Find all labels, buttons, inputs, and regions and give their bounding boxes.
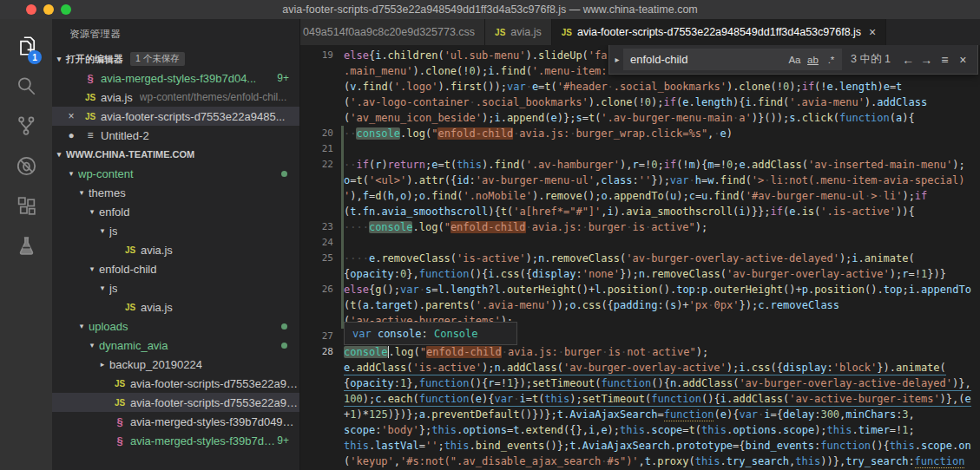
code-line[interactable]: +1)*125)})};a.preventDefault()})};t.Avia… (300, 407, 980, 422)
line-number[interactable] (300, 297, 344, 313)
line-number[interactable] (300, 266, 344, 282)
line-number[interactable] (300, 375, 344, 391)
tree-item[interactable]: JSavia-footer-scripts-d7553e22a9485... (52, 374, 299, 393)
tree-item[interactable]: ▾enfold (52, 202, 299, 221)
extensions-icon[interactable] (5, 186, 47, 225)
open-editor-item[interactable]: JSavia.jswp-content/themes/enfold-chil..… (52, 88, 299, 107)
code-line[interactable]: ('av_menu_icon_beside');i.append(e)};s=t… (300, 110, 980, 126)
line-number[interactable]: 25 (300, 251, 344, 266)
code-line[interactable]: 100);c.each(function(e){var·i=t(this);se… (300, 391, 980, 407)
line-number[interactable] (300, 110, 344, 126)
line-number[interactable] (300, 79, 344, 95)
line-number[interactable] (300, 422, 344, 438)
line-number[interactable] (300, 391, 344, 407)
tree-item[interactable]: ▾uploads (52, 317, 299, 336)
toggle-replace-chevron-icon[interactable]: ▸ (611, 55, 623, 64)
close-icon[interactable]: × (62, 110, 80, 122)
debug-icon[interactable] (5, 146, 47, 186)
source-control-icon[interactable] (5, 106, 47, 146)
code-line[interactable]: (v.find('.logo').first());var·e=t('#head… (300, 79, 980, 95)
line-number[interactable]: 19 (300, 48, 344, 63)
line-number[interactable]: 22 (300, 157, 344, 173)
code-line[interactable]: 23····console.log("enfold-child·avia.js:… (300, 219, 980, 235)
code-line[interactable]: scope:'body'};this.options=t.extend({},i… (300, 422, 980, 438)
code-line[interactable]: 25····e.removeClass('is-active');n.remov… (300, 251, 980, 266)
tree-item[interactable]: ▾themes (52, 183, 299, 202)
open-editor-item[interactable]: §avia-merged-styles-f39b7d04...9+ (52, 69, 299, 88)
code-line[interactable]: (t.fn.avia_smoothscroll){t('a[href*="#"]… (300, 204, 980, 219)
whitespace-dot: ···· (344, 252, 369, 264)
tree-item[interactable]: ▾js (52, 278, 299, 297)
line-number[interactable]: 23 (300, 219, 344, 235)
code-editor[interactable]: 19else{i.children('ul.sub-menu').slideUp… (300, 45, 980, 470)
line-number[interactable] (300, 407, 344, 422)
code-line[interactable]: (t(a.target).parents('.avia-menu'));o.cs… (300, 297, 980, 313)
close-icon[interactable]: × (869, 25, 876, 39)
code-line[interactable]: {opacity:0},function(){i.css({display:'n… (300, 266, 980, 282)
find-in-selection-icon[interactable]: ≡ (936, 50, 954, 69)
code-line[interactable]: o=t('<ul>').attr({id:'av-burger-menu-ul'… (300, 173, 980, 188)
line-number[interactable]: 20 (300, 126, 344, 141)
search-icon[interactable] (5, 66, 47, 106)
line-number[interactable] (300, 313, 344, 329)
code-line[interactable]: ('.av-logo-container·.social_bookmarks')… (300, 95, 980, 110)
explorer-icon[interactable]: 1 (5, 26, 47, 66)
code-token: console (344, 346, 388, 358)
dirty-indicator[interactable]: ● (62, 129, 80, 141)
line-number[interactable]: 26 (300, 282, 344, 297)
whole-word-icon[interactable]: ab (804, 50, 822, 69)
code-line[interactable]: '),f=d(h,o);o.find('.noMobile').remove()… (300, 188, 980, 204)
tree-item[interactable]: JSavia.js (52, 240, 299, 259)
open-editor-item[interactable]: ●≡Untitled-2 (52, 126, 299, 145)
line-number[interactable]: 27 (300, 329, 344, 344)
line-number[interactable] (300, 95, 344, 110)
line-number[interactable]: 21 (300, 141, 344, 157)
tree-item[interactable]: ▾wp-content (52, 164, 299, 183)
line-number[interactable] (300, 188, 344, 204)
tree-item[interactable]: ▾enfold-child (52, 259, 299, 278)
tree-item[interactable]: §avia-merged-styles-f39b7d04...9+ (52, 431, 299, 450)
tree-item[interactable]: ▾dynamic_avia (52, 336, 299, 355)
code-line[interactable]: ('keyup','#s:not(".av_disable_ajax_searc… (300, 454, 980, 469)
code-token: } (833, 455, 839, 467)
line-number[interactable] (300, 63, 344, 79)
tree-item[interactable]: §avia-merged-styles-f39b7d049a51... (52, 412, 299, 431)
line-number[interactable] (300, 454, 344, 469)
test-beaker-icon[interactable] (5, 225, 47, 265)
code-line[interactable]: this.lastVal='';this.bind_events()};t.Av… (300, 438, 980, 454)
code-line[interactable]: 24 (300, 235, 980, 251)
line-number[interactable] (300, 173, 344, 188)
regex-icon[interactable]: .* (822, 50, 840, 69)
line-number[interactable] (300, 360, 344, 375)
line-number[interactable] (300, 204, 344, 219)
editor-tab[interactable]: JSavia-footer-scripts-d7553e22a948549dd1… (552, 19, 887, 45)
editor-tab[interactable]: JSavia.js (485, 19, 552, 45)
tree-item[interactable]: JSavia.js (52, 297, 299, 317)
code-line[interactable]: 21 (300, 141, 980, 157)
code-line[interactable]: {opacity:1},function(){r=!1});setTimeout… (300, 375, 980, 391)
line-number[interactable]: 28 (300, 344, 344, 360)
code-line[interactable]: 20··console.log("enfold-child·avia.js:·b… (300, 126, 980, 141)
close-find-icon[interactable]: × (954, 50, 972, 69)
open-editor-item[interactable]: ×JSavia-footer-scripts-d7553e22a9485... (52, 107, 299, 126)
open-editors-header[interactable]: ▾ 打开的编辑器 1 个未保存 (52, 49, 299, 69)
tree-item[interactable]: JSavia-footer-scripts-d7553e22a9485... (52, 393, 299, 412)
minimize-window-button[interactable] (43, 4, 54, 15)
line-number[interactable] (300, 438, 344, 454)
code-line[interactable]: e.addClass('is-active');n.addClass('av-b… (300, 360, 980, 375)
next-match-icon[interactable]: → (918, 50, 936, 69)
previous-match-icon[interactable]: ← (899, 50, 918, 69)
tree-item[interactable]: ▾js (52, 221, 299, 240)
code-line[interactable]: 28console.log("enfold-child·avia.js:·bur… (300, 344, 980, 360)
zoom-window-button[interactable] (61, 4, 71, 15)
match-case-icon[interactable]: Aa (786, 50, 804, 69)
close-window-button[interactable] (26, 4, 36, 15)
workspace-header[interactable]: ▾ WWW.CHINA-TEATIME.COM (52, 145, 299, 164)
tree-item[interactable]: ▸backup_20190224 (52, 355, 299, 374)
find-input[interactable] (625, 53, 786, 66)
code-lines[interactable]: 19else{i.children('ul.sub-menu').slideUp… (300, 45, 980, 470)
code-line[interactable]: 26else{g();var·s=l.length?l.outerHeight(… (300, 282, 980, 297)
line-number[interactable]: 24 (300, 235, 344, 251)
code-line[interactable]: 22··if(r)return;e=t(this).find('.av-hamb… (300, 157, 980, 173)
editor-tab[interactable]: 049a514f0aa9c8c20e9d325773.css (300, 19, 485, 45)
